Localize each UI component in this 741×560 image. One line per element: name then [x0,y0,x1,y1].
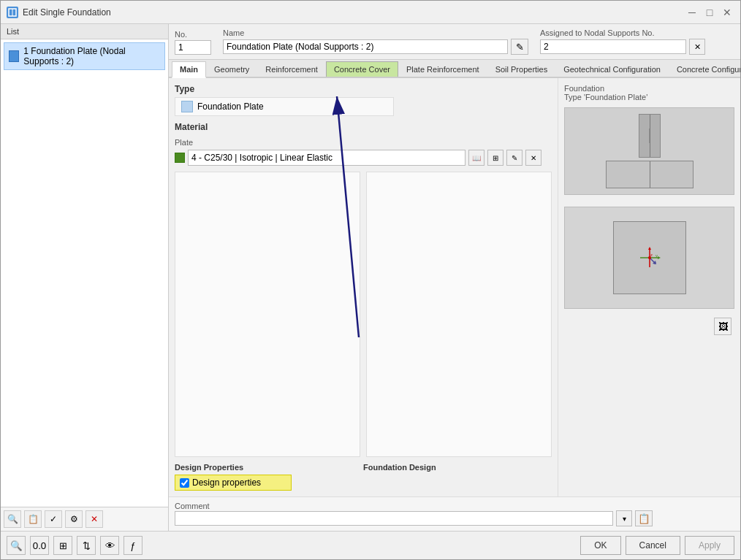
plate-shape [606,161,694,188]
design-properties-checkbox-row: Design properties [175,475,292,491]
left-panel: List 1 Foundation Plate (Nodal Supports … [1,24,169,531]
assigned-input-wrapper: ✕ [540,39,734,55]
header-row: No. Name ✎ Assigned to Nodal Supports No… [169,24,740,60]
cancel-button[interactable]: Cancel [626,536,680,555]
foundation-info: Foundation Type 'Foundation Plate' [564,84,734,101]
list-content: 1 Foundation Plate (Nodal Supports : 2) [1,39,168,507]
title-controls: ─ □ ✕ [685,5,734,20]
plate-dropdown-row: 4 - C25/30 | Isotropic | Linear Elastic … [175,150,552,166]
tab-geotechnical-configuration[interactable]: Geotechnical Configuration [555,61,669,77]
top-view-box: z y x [564,207,734,309]
arrows-bottom-button[interactable]: ⇅ [77,536,96,555]
content-right: Foundation Type 'Foundation Plate' [558,78,740,496]
tab-soil-properties[interactable]: Soil Properties [487,61,556,77]
close-button[interactable]: ✕ [720,5,734,20]
content-area: Type Foundation Plate Material Plate [169,78,740,496]
assigned-clear-button[interactable]: ✕ [689,39,705,55]
material-view-button[interactable]: ⊞ [487,150,503,166]
ok-button[interactable]: OK [580,536,620,555]
type-section: Type Foundation Plate [175,84,552,116]
search-button[interactable]: 🔍 [4,510,21,528]
tabs-bar: Main Geometry Reinforcement Concrete Cov… [169,60,740,78]
tools-button[interactable]: ⚙ [65,510,83,528]
plate-center-line [650,161,650,188]
tab-plate-reinforcement[interactable]: Plate Reinforcement [398,61,487,77]
right-panel: No. Name ✎ Assigned to Nodal Supports No… [169,24,740,531]
content-wrapper: Main Geometry Reinforcement Concrete Cov… [169,60,740,531]
tab-main[interactable]: Main [172,61,206,78]
type-value: Foundation Plate [197,101,264,112]
list-header: List [1,24,168,39]
tab-reinforcement[interactable]: Reinforcement [257,61,326,77]
list-item-icon [9,50,19,62]
preview-button[interactable]: 🖼 [714,318,732,335]
material-color-icon [175,153,185,163]
no-field-group: No. [175,30,211,55]
column-dash [649,129,650,143]
tab-concrete-cover[interactable]: Concrete Cover [326,61,398,77]
assigned-label: Assigned to Nodal Supports No. [540,28,734,37]
comment-row: ▾ 📋 [175,510,734,526]
list-item[interactable]: 1 Foundation Plate (Nodal Supports : 2) [4,42,165,70]
material-library-button[interactable]: 📖 [468,150,484,166]
axis-icon: z y x [639,247,661,269]
foundation-type-label: Type 'Foundation Plate' [564,93,734,101]
apply-button[interactable]: Apply [685,536,734,555]
no-label: No. [175,30,211,39]
window-title: Edit Single Foundation [23,7,111,18]
svg-marker-3 [648,247,651,250]
title-bar-left: Edit Single Foundation [7,7,111,18]
material-edit-button[interactable]: ✎ [506,150,522,166]
col-left [175,172,360,457]
no-input[interactable] [175,40,211,55]
tab-concrete-configuration[interactable]: Concrete Configuration [669,61,740,77]
svg-text:x: x [654,261,656,265]
assigned-field-group: Assigned to Nodal Supports No. ✕ [540,28,734,55]
main-content: List 1 Foundation Plate (Nodal Supports … [1,24,740,531]
material-label: Material [175,122,552,132]
foundation-visualization [606,114,694,188]
name-input-wrapper: ✎ [223,39,528,55]
column-shape [639,114,661,158]
type-label: Type [175,84,552,94]
assigned-input[interactable] [540,39,686,54]
eye-bottom-button[interactable]: 👁 [100,536,119,555]
copy-button[interactable]: 📋 [24,510,42,528]
col-right [366,172,552,457]
design-col-left: Design Properties Design properties [175,463,363,491]
bottom-bar: 🔍 0.0 ⊞ ⇅ 👁 ƒ OK Cancel Apply [1,531,740,559]
name-label: Name [223,28,528,37]
svg-text:y: y [656,253,658,258]
foundation-design-label: Foundation Design [363,463,552,472]
comment-input[interactable] [175,511,613,526]
svg-text:z: z [650,253,653,257]
name-field-group: Name ✎ [223,28,528,55]
minimize-button[interactable]: ─ [685,5,699,20]
two-col-area [175,172,552,457]
comment-copy-btn[interactable]: 📋 [635,510,653,526]
tab-geometry[interactable]: Geometry [206,61,257,77]
number-bottom-button[interactable]: 0.0 [30,536,49,555]
checkmark-button[interactable]: ✓ [45,510,62,528]
design-props-section: Design Properties Design properties Foun… [175,463,552,491]
search-bottom-button[interactable]: 🔍 [7,536,26,555]
view3d-bottom-button[interactable]: ⊞ [53,536,72,555]
plate-label: Plate [175,138,552,147]
action-buttons: OK Cancel Apply [580,536,734,555]
type-box: Foundation Plate [175,97,394,116]
material-section: Material Plate 4 - C25/30 | Isotropic | … [175,122,552,166]
material-delete-button[interactable]: ✕ [525,150,542,166]
bottom-left-buttons: 🔍 0.0 ⊞ ⇅ 👁 ƒ [7,536,142,555]
type-color-swatch [181,101,193,112]
maximize-button[interactable]: □ [702,5,717,20]
name-input[interactable] [223,39,508,54]
title-bar: Edit Single Foundation ─ □ ✕ [1,1,740,24]
delete-button[interactable]: ✕ [86,510,103,528]
comment-dropdown-btn[interactable]: ▾ [616,510,632,526]
edit-name-button[interactable]: ✎ [511,39,528,55]
design-properties-label: Design Properties [175,463,363,472]
design-properties-checkbox[interactable] [180,478,189,488]
plate-dropdown[interactable]: 4 - C25/30 | Isotropic | Linear Elastic [188,150,466,166]
function-bottom-button[interactable]: ƒ [123,536,142,555]
content-left: Type Foundation Plate Material Plate [169,78,558,496]
